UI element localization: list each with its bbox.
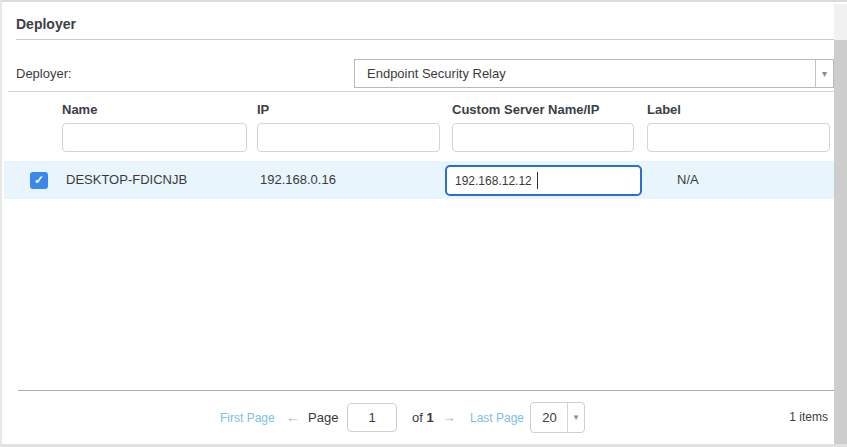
- deployer-field-label: Deployer:: [16, 66, 72, 81]
- column-header-name: Name: [62, 102, 97, 117]
- last-page-link[interactable]: Last Page: [470, 411, 524, 425]
- first-page-link[interactable]: First Page: [220, 411, 275, 425]
- chevron-down-icon[interactable]: ▾: [815, 60, 833, 87]
- filter-input-ip[interactable]: [257, 123, 440, 152]
- column-header-label: Label: [647, 102, 681, 117]
- filter-input-label[interactable]: [647, 123, 830, 152]
- vertical-scrollbar[interactable]: [834, 4, 847, 446]
- chevron-down-icon[interactable]: ▾: [567, 403, 584, 432]
- row-checkbox[interactable]: ✓: [30, 172, 48, 189]
- page-size-select[interactable]: 20 ▾: [530, 402, 585, 433]
- cell-label: N/A: [677, 161, 699, 199]
- column-header-custom: Custom Server Name/IP: [452, 102, 599, 117]
- cell-ip: 192.168.0.16: [260, 161, 336, 199]
- scrollbar-thumb[interactable]: [834, 40, 847, 446]
- page-label: Page: [308, 410, 338, 425]
- text-caret: [537, 172, 538, 189]
- filter-input-custom[interactable]: [452, 123, 634, 152]
- items-count: 1 items: [789, 410, 828, 424]
- custom-server-field-wrap: [445, 165, 642, 196]
- page-size-value: 20: [531, 403, 568, 432]
- filter-input-name[interactable]: [62, 123, 247, 152]
- deployer-panel: Deployer Deployer: Endpoint Security Rel…: [0, 0, 847, 447]
- table-row[interactable]: ✓ DESKTOP-FDICNJB 192.168.0.16 N/A: [4, 161, 834, 199]
- custom-server-input[interactable]: [445, 165, 642, 196]
- checkmark-icon: ✓: [34, 173, 44, 187]
- page-title: Deployer: [16, 16, 76, 32]
- page-total: of 1: [412, 410, 434, 425]
- column-header-ip: IP: [257, 102, 269, 117]
- next-page-arrow-icon[interactable]: →: [442, 409, 456, 425]
- prev-page-arrow-icon[interactable]: ←: [286, 409, 300, 425]
- deployer-select-value: Endpoint Security Relay: [367, 60, 506, 87]
- of-label: of: [412, 410, 423, 425]
- current-page-input[interactable]: [347, 403, 397, 432]
- total-pages: 1: [426, 410, 433, 425]
- form-divider: [8, 91, 834, 92]
- title-divider: [16, 39, 834, 40]
- cell-name: DESKTOP-FDICNJB: [66, 161, 187, 199]
- pagination-divider: [18, 390, 834, 391]
- deployer-select[interactable]: Endpoint Security Relay ▾: [354, 59, 834, 88]
